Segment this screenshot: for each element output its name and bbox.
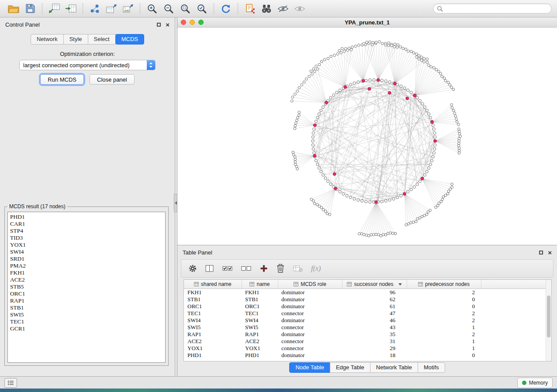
cell-predecessor-nodes[interactable]: 2 <box>407 317 481 324</box>
tab-style[interactable]: Style <box>63 34 88 45</box>
table-row[interactable]: PHD1PHD1dominator180 <box>184 352 546 359</box>
refresh-button[interactable] <box>218 2 234 15</box>
cell-name[interactable]: TEC1 <box>242 310 278 317</box>
cell-mcds-role[interactable]: connector <box>278 310 342 317</box>
cell-mcds-role[interactable]: connector <box>278 345 342 352</box>
close-table-panel-icon[interactable]: × <box>548 249 552 256</box>
task-history-button[interactable] <box>4 378 17 388</box>
zoom-in-button[interactable] <box>144 2 160 15</box>
cell-predecessor-nodes[interactable]: 0 <box>407 296 481 303</box>
zoom-out-button[interactable] <box>160 2 177 15</box>
network-window-titlebar[interactable]: YPA_prune.txt_1 <box>177 17 557 28</box>
cell-successor-nodes[interactable]: 61 <box>342 303 407 310</box>
tab-select[interactable]: Select <box>88 34 116 45</box>
cell-mcds-role[interactable]: dominator <box>278 317 342 324</box>
cell-mcds-role[interactable]: dominator <box>278 352 342 359</box>
cell-predecessor-nodes[interactable]: 0 <box>407 303 481 310</box>
add-column-plus-icon[interactable] <box>260 265 268 272</box>
mcds-result-item[interactable]: FKH1 <box>10 269 163 276</box>
network-canvas[interactable] <box>177 28 557 245</box>
memory-button[interactable]: Memory <box>517 378 553 388</box>
cell-shared-name[interactable]: TEC1 <box>184 310 242 317</box>
mcds-result-item[interactable]: GCR1 <box>10 325 163 332</box>
cell-name[interactable]: SWI4 <box>242 317 278 324</box>
cell-shared-name[interactable]: FKH1 <box>184 289 242 296</box>
table-row[interactable]: TEC1TEC1connector472 <box>184 310 546 317</box>
import-table-button[interactable] <box>62 2 79 15</box>
table-row[interactable]: SWI5SWI5connector431 <box>184 324 546 331</box>
zoom-selected-button[interactable] <box>194 2 210 15</box>
mcds-result-list[interactable]: PHD1CAR1STP4TID3YOX1SWI4SRD1PMA2FKH1ACE2… <box>7 212 166 363</box>
cell-successor-nodes[interactable]: 35 <box>342 331 407 338</box>
toolbar-search[interactable] <box>433 3 552 14</box>
mcds-result-item[interactable]: STP4 <box>10 227 163 234</box>
toggle-graphics-details-button[interactable] <box>275 2 291 15</box>
search-input[interactable] <box>445 5 548 12</box>
export-image-button[interactable] <box>120 2 136 15</box>
show-columns-icon[interactable] <box>205 265 214 272</box>
mcds-result-item[interactable]: STB1 <box>10 304 163 311</box>
tab-network[interactable]: Network <box>31 34 64 45</box>
zoom-fit-button[interactable] <box>177 2 194 15</box>
mcds-result-item[interactable]: SRD1 <box>10 255 163 262</box>
cell-shared-name[interactable]: STB1 <box>184 296 242 303</box>
criterion-dropdown[interactable]: largest connected component (undirected) <box>19 60 156 70</box>
mcds-result-item[interactable]: STB5 <box>10 283 163 290</box>
deselect-all-icon[interactable] <box>241 265 252 272</box>
column-header-mcds-role[interactable]: MCDS role <box>278 280 342 289</box>
cell-predecessor-nodes[interactable]: 1 <box>407 345 481 352</box>
mcds-result-item[interactable]: CAR1 <box>10 220 163 227</box>
tab-node-table[interactable]: Node Table <box>289 362 330 373</box>
cell-mcds-role[interactable]: dominator <box>278 331 342 338</box>
table-row[interactable]: FKH1FKH1dominator962 <box>184 289 546 296</box>
mcds-result-item[interactable]: ACE2 <box>10 276 163 283</box>
cell-shared-name[interactable]: YOX1 <box>184 345 242 352</box>
cell-predecessor-nodes[interactable]: 0 <box>407 352 481 359</box>
select-all-icon[interactable] <box>222 265 233 272</box>
column-header-name[interactable]: name <box>242 280 278 289</box>
cell-predecessor-nodes[interactable]: 2 <box>407 310 481 317</box>
mcds-result-item[interactable]: PMA2 <box>10 262 163 269</box>
window-close-icon[interactable] <box>181 20 186 25</box>
cell-mcds-role[interactable]: dominator <box>278 289 342 296</box>
mcds-result-item[interactable]: SWI5 <box>10 311 163 318</box>
cell-name[interactable]: YOX1 <box>242 345 278 352</box>
window-maximize-icon[interactable] <box>198 20 204 25</box>
cell-successor-nodes[interactable]: 47 <box>342 310 407 317</box>
tab-network-table[interactable]: Network Table <box>370 362 418 373</box>
show-graphics-details-button[interactable] <box>291 2 308 15</box>
mcds-result-item[interactable]: RAP1 <box>10 297 163 304</box>
cell-predecessor-nodes[interactable]: 1 <box>407 338 481 345</box>
table-row[interactable]: STB1STB1dominator620 <box>184 296 546 303</box>
cell-shared-name[interactable]: PHD1 <box>184 352 242 359</box>
cell-shared-name[interactable]: SWI5 <box>184 324 242 331</box>
cell-mcds-role[interactable]: dominator <box>278 296 342 303</box>
close-panel-icon[interactable]: × <box>166 21 170 28</box>
mcds-result-item[interactable]: SWI4 <box>10 248 163 255</box>
cell-successor-nodes[interactable]: 96 <box>342 289 407 296</box>
tab-motifs[interactable]: Motifs <box>418 362 445 373</box>
float-panel-icon[interactable] <box>157 23 161 27</box>
mcds-result-item[interactable]: PHD1 <box>10 213 163 220</box>
close-panel-button[interactable]: Close panel <box>90 74 135 85</box>
mcds-result-item[interactable]: YOX1 <box>10 241 163 248</box>
table-row[interactable]: SWI4SWI4dominator462 <box>184 317 546 324</box>
open-file-button[interactable] <box>5 2 22 15</box>
save-session-button[interactable] <box>22 2 38 15</box>
float-table-panel-icon[interactable] <box>539 251 543 254</box>
table-row[interactable]: ACE2ACE2connector311 <box>184 338 546 345</box>
cell-successor-nodes[interactable]: 62 <box>342 296 407 303</box>
sort-dropdown-icon[interactable] <box>398 283 402 285</box>
cell-name[interactable]: ORC1 <box>242 303 278 310</box>
cell-shared-name[interactable]: ORC1 <box>184 303 242 310</box>
cell-successor-nodes[interactable]: 43 <box>342 324 407 331</box>
cell-name[interactable]: ACE2 <box>242 338 278 345</box>
cell-mcds-role[interactable]: dominator <box>278 303 342 310</box>
copy-network-button[interactable] <box>242 2 258 15</box>
cell-shared-name[interactable]: SWI4 <box>184 317 242 324</box>
mcds-result-item[interactable]: TEC1 <box>10 318 163 325</box>
table-scrollbar[interactable] <box>546 280 551 361</box>
run-mcds-button[interactable]: Run MCDS <box>40 74 84 85</box>
table-row[interactable]: YOX1YOX1connector291 <box>184 345 546 352</box>
cell-predecessor-nodes[interactable]: 2 <box>407 289 481 296</box>
